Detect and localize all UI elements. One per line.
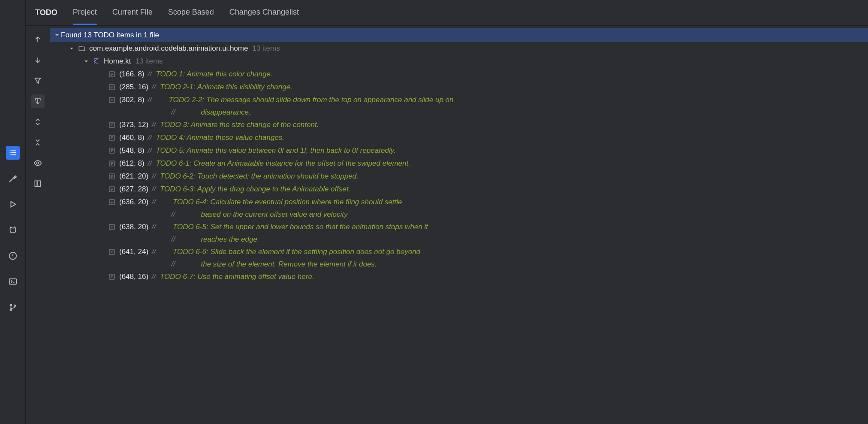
layout-icon xyxy=(33,179,42,188)
package-count: 13 items xyxy=(252,44,280,53)
comment-marker: // xyxy=(148,96,156,104)
comment-marker: // xyxy=(171,235,175,244)
todo-items-container: (166, 8)// TODO 1: Animate this color ch… xyxy=(50,68,868,283)
comment-marker: // xyxy=(148,159,156,168)
preview-button[interactable] xyxy=(31,156,45,170)
svg-rect-3 xyxy=(35,181,37,186)
group-by-button[interactable] xyxy=(31,177,45,191)
todo-item-continuation[interactable]: //based on the current offset value and … xyxy=(50,209,868,221)
todo-location: (638, 20) xyxy=(119,223,148,231)
play-icon xyxy=(8,200,18,209)
comment-marker: // xyxy=(152,172,160,181)
todo-item[interactable]: (612, 8)// TODO 6-1: Create an Animatabl… xyxy=(50,157,868,170)
todo-location: (302, 8) xyxy=(119,96,145,104)
todo-item[interactable]: (636, 20)// TODO 6-4: Calculate the even… xyxy=(50,196,868,209)
todo-item[interactable]: (638, 20)// TODO 6-5: Set the upper and … xyxy=(50,221,868,233)
todo-location: (373, 12) xyxy=(119,121,148,129)
build-tool-window-button[interactable] xyxy=(6,172,20,185)
terminal-tool-window-button[interactable] xyxy=(6,275,20,288)
comment-marker: // xyxy=(152,198,160,206)
todo-item[interactable]: (627, 28)// TODO 6-3: Apply the drag cha… xyxy=(50,183,868,196)
collapse-all-button[interactable] xyxy=(31,136,45,149)
prev-todo-button[interactable] xyxy=(31,33,45,46)
todo-item[interactable]: (460, 8)// TODO 4: Animate these value c… xyxy=(50,131,868,144)
chevron-down-icon[interactable] xyxy=(53,33,61,38)
comment-marker: // xyxy=(152,185,160,194)
todo-item[interactable]: (621, 20)// TODO 6-2: Touch detected; th… xyxy=(50,170,868,183)
run-tool-window-button[interactable] xyxy=(6,197,20,211)
problems-tool-window-button[interactable] xyxy=(6,249,20,263)
comment-marker: // xyxy=(171,260,175,269)
kotlin-file-icon xyxy=(93,58,100,65)
summary-row[interactable]: Found 13 TODO items in 1 file xyxy=(50,28,868,42)
file-row[interactable]: Home.kt 13 items xyxy=(50,55,868,68)
todo-item[interactable]: (641, 24)// TODO 6-6: Slide back the ele… xyxy=(50,245,868,258)
filter-button[interactable] xyxy=(31,74,45,88)
text-line-icon xyxy=(108,173,116,180)
autoscroll-button[interactable] xyxy=(31,94,45,108)
todo-location: (636, 20) xyxy=(119,198,148,206)
todo-item-continuation[interactable]: //the size of the element. Remove the el… xyxy=(50,258,868,270)
chevron-down-icon[interactable] xyxy=(82,59,90,64)
svg-rect-4 xyxy=(38,181,41,186)
todo-tree[interactable]: Found 13 TODO items in 1 file com.exampl… xyxy=(50,26,868,424)
svg-rect-1 xyxy=(9,279,16,285)
todo-item[interactable]: (166, 8)// TODO 1: Animate this color ch… xyxy=(50,68,868,81)
svg-point-2 xyxy=(37,162,39,164)
todo-item-continuation[interactable]: //disappearance. xyxy=(50,106,868,118)
arrow-up-icon xyxy=(33,35,42,44)
file-name: Home.kt xyxy=(104,57,131,66)
hammer-icon xyxy=(8,174,18,183)
text-line-icon xyxy=(108,121,116,129)
text-line-icon xyxy=(108,96,116,104)
next-todo-button[interactable] xyxy=(31,53,45,67)
text-line-icon xyxy=(108,147,116,154)
todo-location: (285, 16) xyxy=(119,83,148,91)
expand-collapse-button[interactable] xyxy=(31,115,45,129)
eye-icon xyxy=(33,159,42,167)
todo-text: TODO 6-1: Create an Animatable instance … xyxy=(156,159,410,168)
text-line-icon xyxy=(108,185,116,193)
comment-marker: // xyxy=(152,248,160,256)
todo-text: TODO 6-2: Touch detected; the animation … xyxy=(160,172,359,181)
todo-text: TODO 6-7: Use the animating offset value… xyxy=(160,273,314,281)
todo-tabs: TODO Project Current File Scope Based Ch… xyxy=(26,0,868,26)
todo-text: TODO 3: Animate the size change of the c… xyxy=(160,121,319,129)
comment-marker: // xyxy=(171,210,175,219)
comment-marker: // xyxy=(171,108,175,117)
todo-text: disappearance. xyxy=(201,108,250,117)
chevron-down-icon[interactable] xyxy=(68,46,75,51)
todo-text: the size of the element. Remove the elem… xyxy=(201,260,377,269)
text-line-icon xyxy=(108,83,116,91)
terminal-icon xyxy=(8,277,18,286)
todo-item[interactable]: (373, 12)// TODO 3: Animate the size cha… xyxy=(50,118,868,131)
vcs-tool-window-button[interactable] xyxy=(6,300,20,314)
tab-current-file[interactable]: Current File xyxy=(112,1,153,25)
todo-item[interactable]: (302, 8)// TODO 2-2: The message should … xyxy=(50,94,868,106)
branch-icon xyxy=(8,303,18,312)
todo-tool-window-button[interactable] xyxy=(6,146,20,160)
todo-location: (621, 20) xyxy=(119,172,148,181)
todo-location: (166, 8) xyxy=(119,70,145,79)
todo-text: TODO 6-4: Calculate the eventual positio… xyxy=(173,198,402,206)
todo-item[interactable]: (285, 16)// TODO 2-1: Animate this visib… xyxy=(50,81,868,94)
todo-text: TODO 1: Animate this color change. xyxy=(156,70,273,79)
package-row[interactable]: com.example.android.codelab.animation.ui… xyxy=(50,42,868,55)
todo-item[interactable]: (648, 16)// TODO 6-7: Use the animating … xyxy=(50,270,868,283)
text-line-icon xyxy=(108,223,116,231)
todo-location: (612, 8) xyxy=(119,159,145,168)
todo-item[interactable]: (548, 8)// TODO 5: Animate this value be… xyxy=(50,144,868,157)
comment-marker: // xyxy=(152,83,160,91)
arrow-down-icon xyxy=(33,56,42,64)
logcat-tool-window-button[interactable] xyxy=(6,223,20,237)
todo-item-continuation[interactable]: //reaches the edge. xyxy=(50,233,868,245)
tab-changes-changelist[interactable]: Changes Changelist xyxy=(229,1,299,25)
warning-icon xyxy=(8,251,18,260)
collapse-icon xyxy=(33,138,42,147)
tab-scope-based[interactable]: Scope Based xyxy=(168,1,214,25)
folder-icon xyxy=(78,45,86,52)
tab-project[interactable]: Project xyxy=(73,1,97,25)
todo-content: Found 13 TODO items in 1 file com.exampl… xyxy=(26,26,868,424)
text-line-icon xyxy=(108,273,116,281)
package-name: com.example.android.codelab.animation.ui… xyxy=(89,44,248,53)
